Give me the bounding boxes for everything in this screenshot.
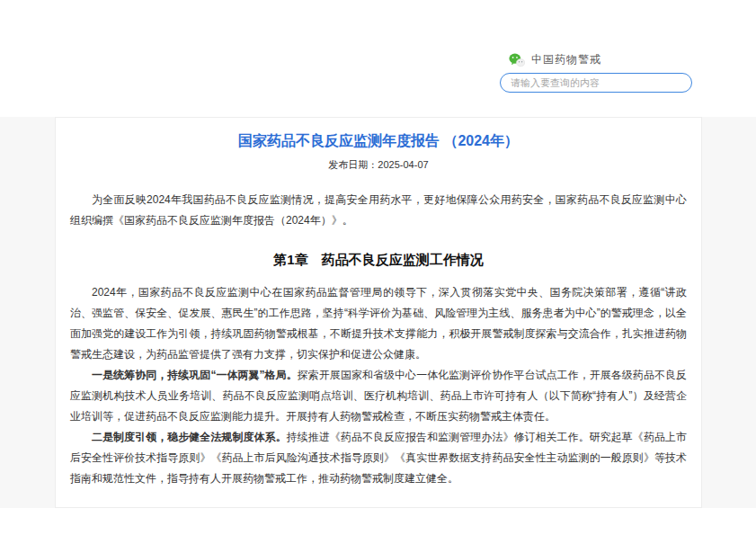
- chapter-1-heading: 第1章 药品不良反应监测工作情况: [70, 251, 687, 268]
- wechat-account-badge[interactable]: 中国药物警戒: [509, 52, 601, 67]
- intro-paragraph: 为全面反映2024年我国药品不良反应监测情况，提高安全用药水平，更好地保障公众用…: [70, 190, 687, 231]
- publish-date: 发布日期：2025-04-07: [70, 158, 687, 172]
- wechat-icon: [509, 53, 525, 67]
- report-article-card: 国家药品不良反应监测年度报告 （2024年） 发布日期：2025-04-07 为…: [55, 117, 702, 508]
- paragraph: 二是制度引领，稳步健全法规制度体系。持续推进《药品不良反应报告和监测管理办法》修…: [70, 427, 687, 489]
- paragraph-lead: 一是统筹协同，持续巩固“一体两翼”格局。: [92, 369, 298, 381]
- page-title: 国家药品不良反应监测年度报告 （2024年）: [70, 132, 687, 150]
- chapter-1-body: 2024年，国家药品不良反应监测中心在国家药品监督管理局的领导下，深入贯彻落实党…: [70, 282, 687, 489]
- paragraph: 2024年，国家药品不良反应监测中心在国家药品监督管理局的领导下，深入贯彻落实党…: [70, 282, 687, 365]
- intro-text: 为全面反映2024年我国药品不良反应监测情况，提高安全用药水平，更好地保障公众用…: [70, 193, 687, 227]
- paragraph: 一是统筹协同，持续巩固“一体两翼”格局。探索开展国家和省级中心一体化监测评价协作…: [70, 365, 687, 427]
- search-input[interactable]: [501, 74, 691, 92]
- search-box: [500, 73, 692, 93]
- paragraph-lead: 二是制度引领，稳步健全法规制度体系。: [92, 431, 287, 443]
- brand-label: 中国药物警戒: [531, 52, 601, 67]
- paragraph-text: 2024年，国家药品不良反应监测中心在国家药品监督管理局的领导下，深入贯彻落实党…: [70, 286, 687, 361]
